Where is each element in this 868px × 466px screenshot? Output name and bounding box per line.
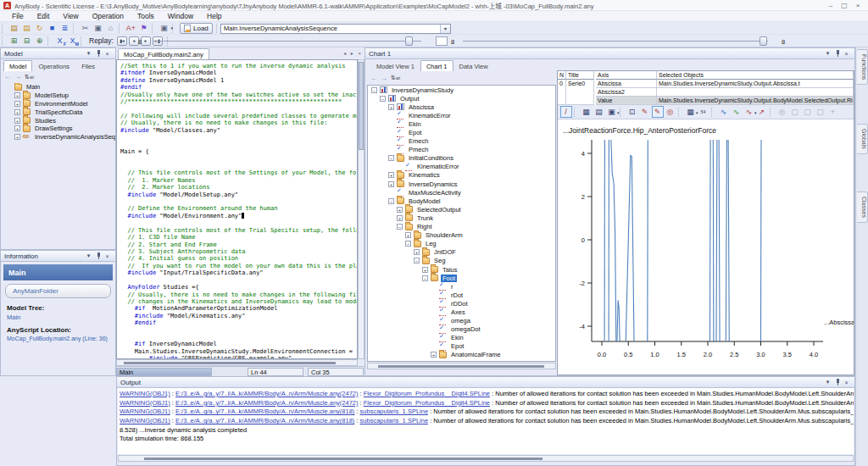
line-blue-icon[interactable]: ∿ [718,106,730,118]
tree-item-talus[interactable]: +Talus [368,265,555,274]
refresh-model-icon[interactable]: ↻ [34,23,45,34]
replay-slider-track[interactable] [153,41,421,42]
macro-xf-icon[interactable]: XF [54,36,65,47]
save-all-icon[interactable]: ≣ [59,23,70,34]
series-row-value[interactable]: Main.Studies.InverseDynamicStudy.Output.… [657,80,854,88]
tree-item-inversedynamicstudy[interactable]: −InverseDynamicStudy [368,86,555,94]
series-n[interactable]: 0 [558,80,566,105]
output-link[interactable]: WARNING(OBJ1) [120,390,170,397]
tree-item-foot[interactable]: −Foot [368,274,555,282]
collapse-icon[interactable]: − [380,96,386,102]
output-link[interactable]: E:/3..e/A..g/a..y/7..l/A..k/AMMR/Body/A.… [175,399,359,407]
output-link[interactable]: WARNING(OBJ1) [120,408,170,415]
output-link[interactable]: subscapularis_1.SPLine [360,408,428,415]
expand-icon[interactable]: + [14,101,20,107]
macro-xm-icon[interactable]: XM [67,36,78,47]
line-green-icon[interactable]: ∿ [731,106,743,118]
menu-operation[interactable]: Operation [86,12,131,20]
save-icon[interactable]: ■ [47,23,58,34]
pin-icon[interactable] [832,49,842,58]
expand-icon[interactable]: + [414,249,420,255]
menu-edit[interactable]: Edit [31,12,57,20]
speed-slider-track[interactable] [463,41,768,42]
series-row-value[interactable]: Main.Studies.InverseDynamicStudy.Output.… [657,97,854,105]
chart-onoff-icon[interactable]: / [560,106,572,118]
model-tree-link[interactable]: Main [7,313,20,321]
collapse-icon[interactable]: − [422,275,428,281]
output-link[interactable]: Flexor_Digitorum_Profundus__Digit4.SPLin… [364,399,490,407]
replay-slider-handle[interactable] [405,36,413,46]
series-row-value[interactable] [657,88,854,97]
sidebar-tab-globals[interactable]: Globals [857,124,868,154]
output-link[interactable]: E:/3..e/A..g/a..y/7..l/A..k/AMMR/Body/A.… [175,408,354,415]
info-class-badge[interactable]: AnyMainFolder [5,284,111,298]
scrollbar-thumb[interactable] [359,62,364,150]
refresh-tree-icon[interactable]: ⊕ [34,36,45,47]
sort-icon[interactable]: ⇅az [391,75,400,81]
panel-menu-icon[interactable]: ▾ [823,49,832,58]
sidebar-tab-functions[interactable]: Functions [857,49,868,85]
forward-icon[interactable]: → [14,73,21,80]
pin-icon[interactable] [832,378,842,387]
tree-item-inversedynamicanalysissequence[interactable]: +InverseDynamicAnalysisSequence [3,133,115,141]
tree-item-initialconditions[interactable]: −InitialConditions [368,154,555,163]
collapse-icon[interactable]: − [414,258,420,264]
expand-icon[interactable]: + [388,104,394,110]
series-title[interactable]: Serie0 [566,80,594,105]
edit-series-icon[interactable]: ✎ [639,106,651,118]
tab-scroll-controls[interactable]: ◂ ▸ × [343,50,363,56]
close-icon[interactable]: × [103,252,112,261]
tree-item-epot[interactable]: Epot [368,342,555,351]
replay-play-button[interactable]: ▸ [141,36,151,46]
minimize-button[interactable]: – [824,1,837,9]
expand-icon[interactable]: + [388,172,394,178]
tab-view-model-view-1[interactable]: Model View 1 [370,60,420,71]
collapse-icon[interactable]: − [388,155,394,161]
speed-slider-handle[interactable] [760,36,767,46]
tab-model-model[interactable]: Model [3,60,32,71]
pin-icon[interactable] [93,252,103,261]
tree-item-main[interactable]: Main [3,83,115,92]
menu-window[interactable]: Window [161,12,200,20]
paste-icon[interactable]: ⌂ [105,23,116,34]
collapse-icon[interactable]: − [405,241,411,247]
series-row-axis[interactable]: Value [596,97,657,105]
scrollbar-thumb[interactable] [378,365,544,368]
pointer-mode-icon[interactable]: ✎ [652,106,664,118]
expand-icon[interactable]: + [422,267,428,273]
open-file-icon[interactable]: ▤ [21,23,32,34]
chart-window-icon[interactable]: ▣▾ [606,106,618,118]
data-buffer-icon[interactable]: ▤ [593,106,605,118]
tab-model-files[interactable]: Files [75,60,101,71]
panel-menu-icon[interactable]: ▾ [84,252,93,261]
draw-line-icon[interactable]: ↗ [756,106,768,118]
output-link[interactable]: E:/3..e/A..g/a..y/7..l/A..k/AMMR/Body/A.… [175,417,354,424]
expand-icon[interactable]: + [388,181,394,187]
expand-icon[interactable]: + [431,352,437,358]
menu-file[interactable]: File [5,12,31,20]
tree-horizontal-scrollbar[interactable] [367,363,556,369]
tree-item-right[interactable]: −Right [368,223,555,231]
tree-item-seg[interactable]: −Seg [368,257,555,265]
back-icon[interactable]: ← [4,73,11,80]
close-button[interactable]: × [851,1,865,9]
zoom-box-icon[interactable]: ◎ [665,106,676,118]
expand-icon[interactable]: + [14,92,20,98]
editor-horizontal-scrollbar[interactable] [116,359,358,366]
menu-view[interactable]: View [56,12,85,20]
output-horizontal-scrollbar[interactable] [118,455,854,462]
output-link[interactable]: subscapularis_1.SPLine [360,417,428,424]
operation-combo[interactable]: Main.InverseDynamicAnalysisSequence▾ [220,24,451,34]
back-icon[interactable]: ← [370,75,377,82]
replay-frame-box[interactable] [436,36,448,46]
expand-icon[interactable]: + [405,232,411,238]
anyscript-location-link[interactable]: MoCap_FullBody.main2.any (Line: 36) [7,336,108,341]
expand-tree-icon[interactable]: ⊞ [8,36,19,47]
scrollbar-thumb[interactable] [144,458,542,460]
menu-help[interactable]: Help [200,12,228,20]
pin-icon[interactable] [93,49,103,58]
tab-model-operations[interactable]: Operations [32,60,75,71]
tab-view-chart-1[interactable]: Chart 1 [420,60,453,71]
cut-icon[interactable]: ✂ [80,23,91,34]
tab-view-data-view[interactable]: Data View [453,60,494,71]
